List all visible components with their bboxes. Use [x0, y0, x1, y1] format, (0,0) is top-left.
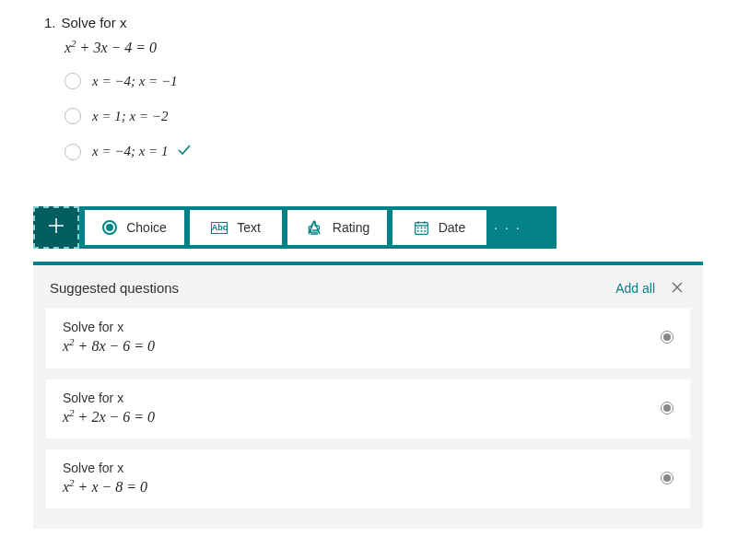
date-type-button[interactable]: Date — [392, 210, 486, 245]
svg-rect-7 — [417, 230, 419, 232]
more-icon: · · · — [494, 220, 521, 235]
question-header: 1. Solve for x — [44, 15, 703, 30]
suggestion-equation: x2 + 2x − 6 = 0 — [63, 407, 155, 426]
suggestion-title: Solve for x — [63, 320, 155, 334]
question-equation: x2 + 3x − 4 = 0 — [64, 38, 703, 56]
suggestion-type-icon — [661, 402, 674, 414]
suggestion-equation: x2 + x − 8 = 0 — [63, 477, 147, 496]
suggestion-card[interactable]: Solve for xx2 + 2x − 6 = 0 — [46, 379, 690, 438]
close-icon — [672, 282, 683, 293]
rating-type-button[interactable]: Rating — [287, 210, 387, 245]
add-all-button[interactable]: Add all — [615, 281, 655, 296]
question-block: 1. Solve for x x2 + 3x − 4 = 0 x = −4; x… — [0, 0, 738, 188]
correct-check-icon — [177, 143, 192, 160]
question-title: Solve for x — [62, 15, 127, 30]
answer-option-text: x = 1; x = −2 — [92, 109, 168, 124]
svg-rect-5 — [420, 227, 422, 228]
suggestion-card[interactable]: Solve for xx2 + x − 8 = 0 — [46, 449, 690, 508]
answer-option-text: x = −4; x = 1 — [92, 144, 168, 159]
choice-type-label: Choice — [126, 220, 167, 235]
text-type-label: Text — [237, 220, 261, 235]
answer-option-text: x = −4; x = −1 — [92, 74, 178, 89]
question-type-toolbar: Choice Abc Text Rating — [33, 206, 556, 249]
text-icon: Abc — [211, 222, 228, 234]
suggestion-title: Solve for x — [63, 391, 155, 405]
suggestions-panel: Suggested questions Add all Solve for xx… — [33, 265, 703, 529]
suggestion-title: Solve for x — [63, 461, 147, 475]
answer-option[interactable]: x = −4; x = −1 — [64, 73, 703, 89]
radio-icon — [64, 73, 81, 89]
rating-icon — [305, 219, 323, 236]
rating-type-label: Rating — [333, 220, 369, 235]
suggestions-header: Suggested questions Add all — [46, 280, 690, 309]
plus-icon — [48, 216, 64, 239]
svg-rect-4 — [417, 227, 419, 228]
date-type-label: Date — [439, 220, 466, 235]
svg-rect-9 — [424, 230, 426, 232]
suggestion-type-icon — [661, 331, 674, 344]
date-icon — [414, 220, 429, 236]
svg-rect-6 — [424, 227, 426, 228]
answer-option[interactable]: x = 1; x = −2 — [64, 108, 703, 124]
radio-icon — [64, 108, 81, 124]
suggestions-list: Solve for xx2 + 8x − 6 = 0Solve for xx2 … — [46, 309, 690, 508]
suggestion-card[interactable]: Solve for xx2 + 8x − 6 = 0 — [46, 309, 690, 368]
answer-options: x = −4; x = −1x = 1; x = −2x = −4; x = 1 — [64, 73, 703, 160]
answer-option[interactable]: x = −4; x = 1 — [64, 143, 703, 160]
suggestion-content: Solve for xx2 + x − 8 = 0 — [63, 461, 147, 496]
suggestion-equation: x2 + 8x − 6 = 0 — [63, 336, 155, 355]
radio-icon — [64, 144, 81, 160]
text-type-button[interactable]: Abc Text — [190, 210, 282, 245]
more-types-button[interactable]: · · · — [486, 206, 529, 249]
suggestions-title: Suggested questions — [50, 280, 179, 296]
suggestion-content: Solve for xx2 + 2x − 6 = 0 — [63, 391, 155, 426]
suggestion-content: Solve for xx2 + 8x − 6 = 0 — [63, 320, 155, 355]
choice-icon — [102, 220, 117, 235]
suggestion-type-icon — [661, 472, 674, 484]
svg-rect-8 — [420, 230, 422, 232]
add-question-button[interactable] — [33, 206, 79, 249]
close-suggestions-button[interactable] — [670, 281, 685, 296]
question-number: 1. — [44, 15, 56, 30]
choice-type-button[interactable]: Choice — [85, 210, 184, 245]
suggestions-actions: Add all — [615, 281, 685, 296]
